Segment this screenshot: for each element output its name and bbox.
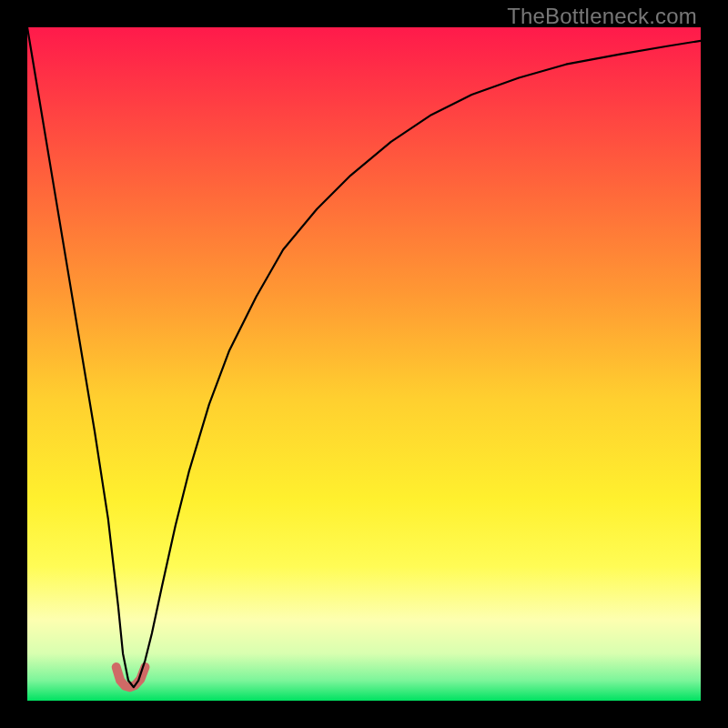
- chart-frame: [27, 27, 701, 701]
- bottleneck-chart: [27, 27, 701, 701]
- chart-background-gradient: [27, 27, 701, 701]
- watermark-text: TheBottleneck.com: [507, 4, 697, 29]
